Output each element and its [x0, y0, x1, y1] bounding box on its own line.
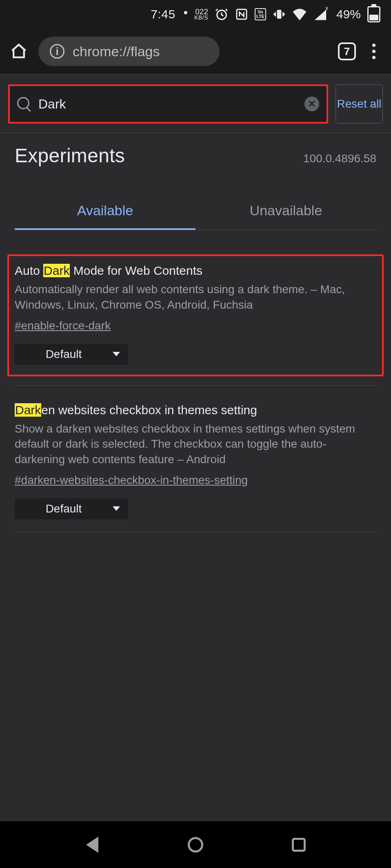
overflow-menu-button[interactable] — [366, 44, 382, 59]
wifi-icon — [292, 8, 307, 20]
vibrate-icon — [273, 7, 286, 21]
home-icon — [10, 42, 28, 60]
recents-icon — [292, 838, 306, 852]
home-button[interactable] — [9, 42, 29, 61]
recents-button[interactable] — [289, 835, 309, 855]
flag-title-highlight: Dark — [43, 264, 70, 277]
tab-available[interactable]: Available — [15, 194, 196, 230]
flag-state-select[interactable]: Default — [15, 344, 128, 365]
select-value: Default — [15, 348, 113, 361]
flag-description: Automatically render all web contents us… — [15, 282, 376, 313]
battery-percentage: 49% — [336, 7, 361, 21]
svg-rect-2 — [277, 10, 282, 18]
flag-hash-link[interactable]: #enable-force-dark — [15, 319, 111, 332]
flag-title-post: en websites checkbox in themes setting — [41, 403, 257, 417]
back-icon — [86, 837, 98, 853]
search-row: ✕ Reset all — [0, 75, 391, 133]
status-time: 7:45 — [151, 7, 175, 21]
system-nav-bar — [0, 821, 391, 868]
flag-title: Auto Dark Mode for Web Contents — [15, 263, 376, 278]
flag-entry: Darken websites checkbox in themes setti… — [15, 402, 376, 532]
alarm-icon — [215, 7, 229, 21]
battery-icon — [367, 6, 380, 22]
flag-title-highlight: Dark — [15, 403, 41, 417]
status-bar: 7:45 • 022 KB/S VoLTE x 49% — [0, 0, 391, 29]
tab-unavailable[interactable]: Unavailable — [196, 194, 376, 230]
volte-icon: VoLTE — [255, 8, 266, 20]
search-field-wrapper: ✕ — [10, 97, 327, 112]
flag-description: Show a darken websites checkbox in theme… — [15, 421, 376, 467]
cellular-signal-icon: x — [313, 8, 327, 20]
notification-dot-icon: • — [184, 7, 188, 19]
speed-unit: KB/S — [194, 15, 208, 20]
home-circle-icon — [188, 837, 203, 853]
select-value: Default — [15, 502, 113, 515]
page-info-icon: i — [50, 44, 64, 59]
url-bar[interactable]: i chrome://flags — [38, 37, 220, 66]
flag-entry-highlighted: Auto Dark Mode for Web Contents Automati… — [7, 254, 384, 376]
back-button[interactable] — [82, 835, 102, 855]
page-header: Experiments 100.0.4896.58 — [0, 133, 391, 171]
flag-hash-link[interactable]: #darken-websites-checkbox-in-themes-sett… — [15, 474, 248, 487]
search-input[interactable] — [38, 97, 297, 112]
page-title: Experiments — [15, 144, 125, 167]
home-nav-button[interactable] — [186, 835, 205, 855]
version-label: 100.0.4896.58 — [303, 152, 376, 165]
browser-toolbar: i chrome://flags 7 — [0, 29, 391, 74]
tab-count: 7 — [344, 45, 350, 58]
dots-icon — [372, 44, 375, 47]
chevron-down-icon — [113, 352, 120, 356]
flag-state-select[interactable]: Default — [15, 498, 128, 519]
tab-switcher-button[interactable]: 7 — [338, 42, 356, 60]
page-content: ✕ Reset all Experiments 100.0.4896.58 Av… — [0, 74, 391, 821]
search-icon — [17, 97, 31, 111]
divider — [15, 385, 376, 386]
nfc-icon — [235, 8, 248, 21]
flag-title: Darken websites checkbox in themes setti… — [15, 402, 376, 418]
search-highlight-box: ✕ — [8, 84, 328, 124]
clear-search-button[interactable]: ✕ — [304, 97, 319, 111]
chevron-down-icon — [113, 506, 120, 511]
url-text: chrome://flags — [73, 44, 160, 60]
reset-all-button[interactable]: Reset all — [335, 84, 383, 124]
tabs: Available Unavailable — [15, 194, 376, 230]
network-speed: 022 KB/S — [194, 8, 208, 20]
flag-title-post: Mode for Web Contents — [70, 264, 202, 277]
flag-title-pre: Auto — [15, 264, 43, 277]
